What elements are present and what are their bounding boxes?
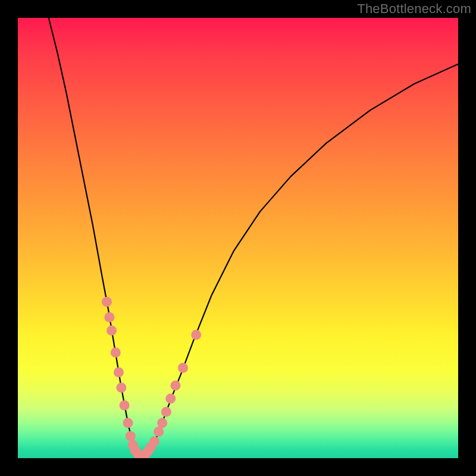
data-marker (165, 394, 176, 404)
chart-frame: TheBottleneck.com (0, 0, 476, 476)
data-marker (126, 431, 136, 441)
data-marker (191, 330, 201, 340)
plot-area (18, 18, 458, 458)
data-marker (104, 312, 114, 322)
data-marker (161, 407, 171, 417)
data-marker (111, 347, 121, 358)
data-marker (114, 367, 124, 377)
data-marker (154, 427, 164, 437)
data-marker (107, 325, 117, 336)
bottleneck-curve (49, 18, 458, 456)
watermark-text: TheBottleneck.com (357, 1, 471, 17)
data-marker (157, 418, 167, 428)
data-marker (149, 436, 159, 446)
data-marker (102, 297, 112, 307)
marker-layer (102, 297, 201, 458)
data-marker (120, 400, 130, 411)
data-marker (116, 383, 126, 393)
data-marker (178, 363, 188, 373)
chart-svg (18, 18, 458, 458)
data-marker (123, 418, 133, 428)
data-marker (170, 380, 180, 390)
